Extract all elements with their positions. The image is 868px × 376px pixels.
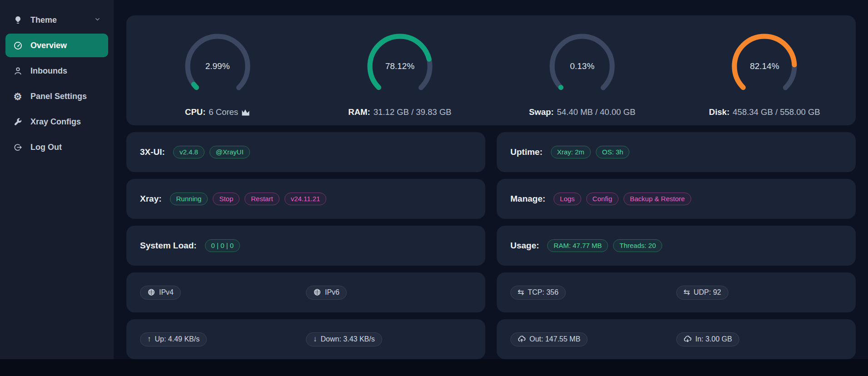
- cloud-download-icon: [683, 335, 692, 343]
- download-speed-tag: ↓ Down: 3.43 KB/s: [306, 332, 382, 346]
- ram-percent: 78.12%: [366, 32, 434, 100]
- xray-restart-button[interactable]: Restart: [244, 193, 279, 205]
- uptime-card: Uptime: Xray: 2m OS: 3h: [497, 132, 856, 172]
- traffic-card: Out: 147.55 MB In: 3.00 GB: [497, 319, 856, 359]
- ram-gauge: 78.12% RAM: 31.12 GB / 39.83 GB: [309, 32, 491, 125]
- backup-restore-button[interactable]: Backup & Restore: [624, 193, 691, 205]
- gear-icon: ⚙: [13, 91, 23, 101]
- usage-threads-badge: Threads: 20: [613, 239, 662, 252]
- sidebar-item-xray-configs[interactable]: Xray Configs: [5, 110, 108, 134]
- manage-card-label: Manage:: [510, 194, 545, 204]
- xui-version-badge[interactable]: v2.4.8: [173, 146, 205, 158]
- globe-icon: [313, 288, 321, 296]
- dashboard-gauge-icon: [13, 40, 23, 50]
- config-button[interactable]: Config: [586, 193, 619, 205]
- disk-percent: 82.14%: [730, 32, 798, 100]
- system-load-badge: 0 | 0 | 0: [205, 239, 240, 252]
- arrow-down-icon: ↓: [313, 335, 317, 343]
- speed-card: ↑ Up: 4.49 KB/s ↓ Down: 3.43 KB/s: [126, 319, 485, 359]
- swap-percent: 0.13%: [548, 32, 616, 100]
- sidebar-item-label: Panel Settings: [30, 92, 87, 101]
- usage-card: Usage: RAM: 47.77 MB Threads: 20: [497, 226, 856, 266]
- uptime-card-label: Uptime:: [510, 147, 543, 157]
- swap-arrows-icon: ⇆: [683, 288, 690, 296]
- traffic-in-tag: In: 3.00 GB: [676, 332, 739, 346]
- usage-label: Usage:: [510, 241, 539, 251]
- ip-card: IPv4 IPv6: [126, 272, 485, 312]
- main-content: 2.99% CPU: 6 Cores 78.12%: [114, 0, 868, 359]
- traffic-out-tag: Out: 147.55 MB: [510, 332, 588, 346]
- xray-card-label: Xray:: [140, 194, 162, 204]
- tcp-count-tag: ⇆ TCP: 356: [510, 286, 566, 300]
- connections-card: ⇆ TCP: 356 ⇆ UDP: 92: [497, 272, 856, 312]
- xui-card-label: 3X-UI:: [140, 147, 165, 157]
- cloud-upload-icon: [518, 335, 526, 343]
- logout-icon: [13, 142, 23, 152]
- arrow-up-icon: ↑: [147, 335, 151, 343]
- xray-card: Xray: Running Stop Restart v24.11.21: [126, 179, 485, 219]
- ram-label: RAM: 31.12 GB / 39.83 GB: [348, 107, 451, 117]
- xray-stop-button[interactable]: Stop: [213, 193, 239, 205]
- sidebar-item-label: Xray Configs: [30, 117, 81, 127]
- cpu-gauge: 2.99% CPU: 6 Cores: [126, 32, 309, 125]
- sidebar-item-theme[interactable]: Theme: [5, 8, 108, 32]
- wrench-icon: [13, 117, 23, 127]
- disk-label: Disk: 458.34 GB / 558.00 GB: [709, 107, 820, 117]
- manage-card: Manage: Logs Config Backup & Restore: [497, 179, 856, 219]
- sidebar-item-inbounds[interactable]: Inbounds: [5, 59, 108, 83]
- lightbulb-icon: [13, 15, 23, 25]
- sidebar-item-overview[interactable]: Overview: [5, 34, 108, 57]
- disk-gauge: 82.14% Disk: 458.34 GB / 558.00 GB: [673, 32, 856, 125]
- usage-ram-badge: RAM: 47.77 MB: [547, 239, 608, 252]
- sidebar-item-label: Theme: [30, 15, 57, 25]
- cpu-percent: 2.99%: [184, 32, 252, 100]
- user-icon: [13, 66, 23, 76]
- xui-card: 3X-UI: v2.4.8 @XrayUI: [126, 132, 485, 172]
- swap-label: Swap: 54.40 MB / 40.00 GB: [529, 107, 635, 117]
- sidebar-item-log-out[interactable]: Log Out: [5, 135, 108, 159]
- ipv6-tag[interactable]: IPv6: [306, 286, 347, 300]
- system-load-label: System Load:: [140, 241, 197, 251]
- xray-version-badge[interactable]: v24.11.21: [284, 193, 327, 205]
- udp-count-tag: ⇆ UDP: 92: [676, 286, 728, 300]
- sidebar-item-panel-settings[interactable]: ⚙ Panel Settings: [5, 84, 108, 108]
- xray-status-badge: Running: [170, 193, 208, 205]
- swap-arrows-icon: ⇆: [518, 288, 524, 296]
- upload-speed-tag: ↑ Up: 4.49 KB/s: [140, 332, 207, 346]
- sidebar-item-label: Log Out: [30, 143, 62, 152]
- cpu-label: CPU: 6 Cores: [185, 107, 250, 117]
- system-stats-card: 2.99% CPU: 6 Cores 78.12%: [126, 15, 856, 125]
- logs-button[interactable]: Logs: [554, 193, 581, 205]
- sidebar: Theme Overview Inbounds ⚙ Panel Settings: [0, 0, 114, 359]
- xray-uptime-badge: Xray: 2m: [551, 146, 591, 158]
- ipv4-tag[interactable]: IPv4: [140, 286, 181, 300]
- cpu-history-chart-icon[interactable]: [241, 109, 250, 116]
- system-load-card: System Load: 0 | 0 | 0: [126, 226, 485, 266]
- sidebar-item-label: Inbounds: [30, 66, 67, 76]
- xui-telegram-badge[interactable]: @XrayUI: [210, 146, 250, 158]
- sidebar-item-label: Overview: [30, 41, 67, 50]
- swap-gauge: 0.13% Swap: 54.40 MB / 40.00 GB: [491, 32, 673, 125]
- os-uptime-badge: OS: 3h: [596, 146, 630, 158]
- app-window: Theme Overview Inbounds ⚙ Panel Settings: [0, 0, 868, 359]
- chevron-down-icon: [94, 15, 101, 25]
- globe-icon: [147, 288, 155, 296]
